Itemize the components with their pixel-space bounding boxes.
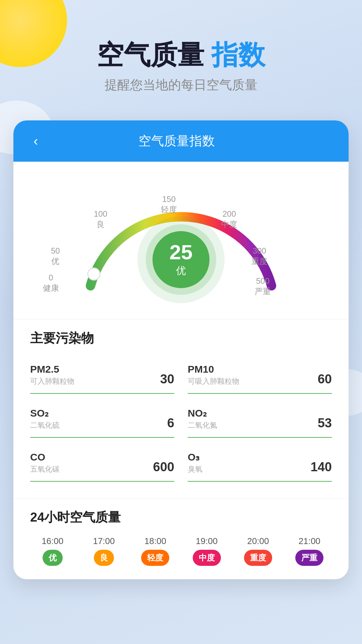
time-label-1900: 19:00: [196, 536, 218, 546]
pollutant-pm10: PM10 可吸入肺颗粒物 60: [188, 357, 332, 394]
pollutant-no2: NO₂ 二氧化氮 53: [188, 400, 332, 438]
pollutant-so2-info: SO₂ 二氧化硫: [30, 407, 60, 430]
pollutant-pm10-name: PM10: [188, 364, 239, 375]
pollutant-o3-name: O₃: [188, 451, 202, 463]
pollutant-o3: O₃ 臭氧 140: [188, 444, 332, 482]
gauge-label-50: 50 优: [51, 246, 60, 266]
gauge-label-300: 300 重度: [251, 246, 267, 266]
hourly-title: 24小时空气质量: [30, 509, 332, 526]
quality-badge-1600: 优: [43, 550, 63, 566]
pollutants-title: 主要污染物: [30, 330, 332, 347]
pollutant-co-name: CO: [30, 451, 60, 463]
pollutant-pm10-value: 60: [318, 372, 332, 386]
pollutant-co-sub: 五氧化碳: [30, 464, 60, 474]
hero-section: 空气质量 指数 提醒您当地的每日空气质量: [0, 0, 362, 114]
gauge-container: 0 健康 50 优 100 良 150 轻度 200 中度: [27, 172, 335, 313]
time-label-1800: 18:00: [144, 536, 166, 546]
main-card: ‹ 空气质量指数: [13, 120, 349, 579]
pollutant-no2-value: 53: [318, 416, 332, 430]
pollutant-pm10-info: PM10 可吸入肺颗粒物: [188, 364, 239, 386]
gauge-label-150: 150 轻度: [161, 194, 177, 215]
gauge-value-circle: 25 优: [153, 231, 209, 288]
hourly-section: 24小时空气质量 16:00 优 17:00 良 18:00 轻度 19:00 …: [13, 498, 349, 579]
pollutant-o3-sub: 臭氧: [188, 464, 202, 474]
pollutant-pm25-sub: 可入肺颗粒物: [30, 376, 74, 386]
gauge-label-500: 500 严重: [255, 276, 271, 297]
card-title: 空气质量指数: [45, 132, 308, 150]
quality-badge-2100: 严重: [295, 550, 323, 566]
pollutant-so2: SO₂ 二氧化硫 6: [30, 400, 174, 438]
pollutant-so2-sub: 二氧化硫: [30, 420, 60, 430]
time-slot-1700: 17:00 良: [81, 536, 126, 566]
pollutant-pm25-info: PM2.5 可入肺颗粒物: [30, 364, 74, 386]
gauge-label-0: 0 健康: [43, 272, 59, 293]
pollutant-pm10-sub: 可吸入肺颗粒物: [188, 376, 239, 386]
pollutant-co-info: CO 五氧化碳: [30, 451, 60, 474]
pollutant-o3-value: 140: [311, 460, 332, 474]
time-label-1600: 16:00: [42, 536, 63, 546]
time-slot-1900: 19:00 中度: [184, 536, 229, 566]
pollutant-no2-sub: 二氧化氮: [188, 420, 217, 430]
time-slots-container: 16:00 优 17:00 良 18:00 轻度 19:00 中度 20:00 …: [30, 536, 332, 566]
gauge-value-number: 25: [170, 242, 193, 263]
pollutant-co-value: 600: [153, 460, 174, 474]
gauge-label-100: 100 良: [94, 209, 107, 229]
time-slot-1600: 16:00 优: [30, 536, 75, 566]
quality-badge-1800: 轻度: [141, 550, 169, 566]
pollutant-no2-name: NO₂: [188, 407, 217, 419]
hero-title-black: 空气质量: [97, 40, 204, 70]
quality-badge-2000: 重度: [244, 550, 272, 566]
time-slot-2100: 21:00 严重: [287, 536, 332, 566]
pollutant-pm25-name: PM2.5: [30, 364, 74, 375]
pollutants-section: 主要污染物 PM2.5 可入肺颗粒物 30 PM10 可吸入肺颗粒物 60 SO…: [13, 319, 349, 498]
gauge-section: 0 健康 50 优 100 良 150 轻度 200 中度: [13, 162, 349, 319]
pollutant-o3-info: O₃ 臭氧: [188, 451, 202, 474]
pollutant-pm25-value: 30: [160, 372, 174, 386]
quality-badge-1900: 中度: [193, 550, 221, 566]
gauge-glow-outer: 25 优: [137, 216, 225, 303]
hero-title: 空气质量 指数: [20, 40, 342, 70]
time-slot-1800: 18:00 轻度: [133, 536, 178, 566]
time-label-1700: 17:00: [93, 536, 115, 546]
back-button[interactable]: ‹: [34, 133, 38, 149]
pollutant-grid: PM2.5 可入肺颗粒物 30 PM10 可吸入肺颗粒物 60 SO₂ 二氧化硫…: [30, 357, 332, 488]
gauge-value-level: 优: [176, 264, 186, 278]
pollutant-co: CO 五氧化碳 600: [30, 444, 174, 482]
pollutant-no2-info: NO₂ 二氧化氮: [188, 407, 217, 430]
time-slot-2000: 20:00 重度: [236, 536, 280, 566]
time-label-2000: 20:00: [247, 536, 269, 546]
card-header: ‹ 空气质量指数: [13, 120, 349, 162]
pollutant-so2-value: 6: [167, 416, 174, 430]
time-label-2100: 21:00: [299, 536, 320, 546]
pollutant-pm25: PM2.5 可入肺颗粒物 30: [30, 357, 174, 394]
gauge-center-display: 25 优: [137, 216, 225, 303]
gauge-glow-inner: 25 优: [146, 224, 216, 295]
hero-title-blue: 指数: [212, 40, 265, 70]
quality-badge-1700: 良: [94, 550, 114, 566]
hero-subtitle: 提醒您当地的每日空气质量: [20, 76, 342, 94]
pollutant-so2-name: SO₂: [30, 407, 60, 419]
